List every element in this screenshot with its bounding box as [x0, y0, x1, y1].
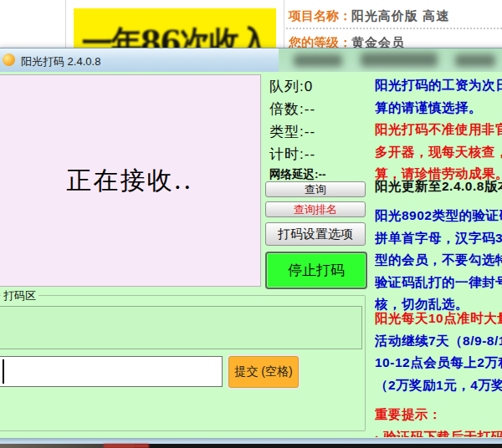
notice-line: 活动继续7天（8/9-8/15日 — [375, 330, 502, 353]
notice-update-line: 阳光更新至2.4.0.8版本点 — [375, 176, 502, 198]
important-hint-title: 重要提示： — [375, 404, 502, 426]
window-title: 阳光打码 2.4.0.8 — [21, 54, 100, 69]
notice-line: 阳光打码的工资为次日结， — [375, 74, 502, 97]
query-button[interactable]: 查询 — [265, 181, 366, 197]
project-name-value: 阳光高价版 高速 — [351, 8, 449, 23]
notice-panel: 阳光打码的工资为次日结， 算的请谨慎选择。 阳光打码不准使用非官方打 多开器，现… — [375, 72, 502, 437]
notice-footer: 重要提示： · 验证码下载后于打码才 — [375, 404, 502, 437]
captcha-display-box — [0, 306, 362, 349]
important-hint-line: · 验证码下载后于打码才 — [375, 426, 502, 438]
notice-paragraph-types: 阳光8902类型的验证码，分 拼单首字母，汉字码3种， 型的会员，不要勾选特殊类… — [375, 205, 502, 316]
notice-update-text: 阳光更新至2.4.0.8版本 — [375, 179, 502, 193]
title-bar[interactable]: 阳光打码 2.4.0.8 — [0, 48, 502, 72]
submit-button[interactable]: 提交 (空格) — [228, 356, 299, 388]
stat-multiplier: 倍数:-- — [269, 98, 370, 120]
notice-paragraph-wage: 阳光打码的工资为次日结， 算的请谨慎选择。 阳光打码不准使用非官方打 多开器，现… — [375, 74, 502, 186]
stat-timer: 计时:-- — [269, 143, 370, 165]
answer-input[interactable] — [0, 356, 223, 387]
stop-typing-button[interactable]: 停止打码 — [265, 252, 367, 289]
main-window: 阳光打码 2.4.0.8 正在接收.. 队列:0 倍数:-- 类型:-- 计时:… — [0, 48, 502, 446]
glass-blur-artifact — [294, 54, 342, 67]
dotted-divider — [286, 28, 502, 29]
notice-line: 多开器，现每天核查，发现 — [375, 141, 502, 164]
receiving-status-text: 正在接收.. — [66, 164, 192, 198]
background-window-strip-red-text — [104, 444, 149, 448]
notice-line: 拼单首字母，汉字码3种， — [375, 227, 502, 250]
screen: 一年86次收入 项目名称：阳光高价版 高速 您的等级：黄金会员 阳光打码 2.4… — [0, 0, 502, 448]
ad-banner-text: 一年86次收入 — [82, 20, 268, 48]
code-area-label: 打码区 — [1, 288, 38, 303]
glass-blur-artifact — [361, 53, 438, 67]
notice-line: 阳光8902类型的验证码，分 — [375, 205, 502, 227]
query-rank-button[interactable]: 查询排名 — [265, 201, 366, 217]
stats-column: 队列:0 倍数:-- 类型:-- 计时:-- 网络延迟:-- — [269, 75, 370, 182]
sun-app-icon — [3, 53, 15, 66]
window-body: 正在接收.. 队列:0 倍数:-- 类型:-- 计时:-- 网络延迟:-- 查询… — [0, 72, 502, 437]
notice-line: （2万奖励1元，4万奖励2元 — [375, 374, 502, 397]
project-name-label: 项目名称： — [289, 8, 351, 23]
stat-network-delay: 网络延迟:-- — [269, 167, 370, 182]
notice-line: 验证码乱打的一律封号，此 — [375, 272, 502, 294]
notice-line: 算的请谨慎选择。 — [375, 97, 502, 120]
notice-line: 阳光打码不准使用非官方打 — [375, 119, 502, 141]
notice-line: 阳光每天10点准时大量资源 — [375, 308, 502, 330]
background-window-strip — [0, 444, 502, 448]
captcha-receive-panel: 正在接收.. — [0, 74, 261, 287]
notice-paragraph-activity: 阳光每天10点准时大量资源 活动继续7天（8/9-8/15日 10-12点会员每… — [375, 308, 502, 396]
stat-queue: 队列:0 — [269, 75, 370, 98]
stat-type: 类型:-- — [269, 120, 370, 143]
settings-button[interactable]: 打码设置选项 — [265, 222, 366, 246]
ad-banner: 一年86次收入 — [74, 8, 276, 48]
project-name-row: 项目名称：阳光高价版 高速 — [289, 8, 449, 24]
notice-line: 型的会员，不要勾选特殊类 — [375, 249, 502, 272]
notice-line: 10-12点会员每上2万积分奖 — [375, 352, 502, 374]
glass-blur-artifact — [455, 54, 495, 67]
